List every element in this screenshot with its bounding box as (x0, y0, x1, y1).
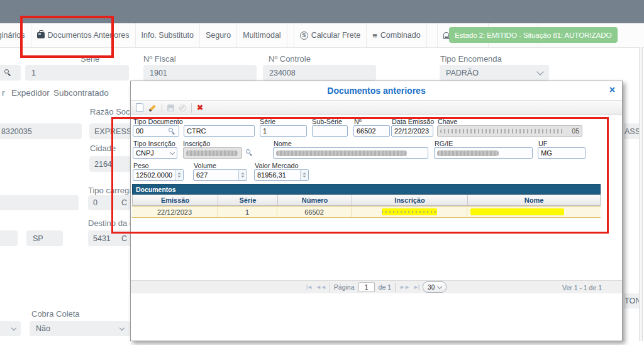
peso-value: 12502.0000 (136, 171, 172, 179)
column-header-serie[interactable]: Série (218, 195, 278, 205)
chevron-down-icon (437, 283, 442, 288)
tab-subcontratado[interactable]: Subcontratado (53, 88, 109, 98)
spinner-stepper[interactable] (238, 170, 247, 180)
cell-nome (467, 206, 599, 217)
page-size-select[interactable]: 30 (423, 281, 447, 293)
tipo-carregamento-field[interactable]: 0 C (88, 195, 132, 210)
tipo-documento-field[interactable]: 00 (133, 125, 179, 137)
column-header-emissao[interactable]: Emissão (133, 195, 218, 205)
first-page-icon[interactable]: |◄ (306, 284, 312, 290)
small-field[interactable] (0, 230, 18, 246)
column-header-numero[interactable]: Número (278, 195, 352, 205)
nome-field[interactable] (273, 147, 428, 159)
inscricao-lookup-icon[interactable] (245, 149, 253, 157)
save-disk-icon[interactable] (167, 105, 174, 111)
serie-field[interactable]: 1 (25, 65, 129, 81)
chevron-down-icon (536, 68, 543, 75)
uf-value: SP (33, 234, 43, 243)
tab-cut[interactable]: r (2, 88, 5, 98)
serie-label: Série (80, 54, 99, 64)
mini-select[interactable] (0, 321, 21, 336)
close-icon[interactable]: × (609, 85, 615, 95)
button-seguro[interactable]: Seguro (200, 23, 237, 47)
inscricao-field[interactable] (183, 147, 242, 159)
next-page-icon[interactable]: ►► (399, 284, 409, 290)
volume-field[interactable]: 627 (193, 169, 247, 181)
search-button[interactable] (0, 65, 21, 81)
scrollbar-track[interactable] (639, 47, 643, 341)
list-icon: ≡ (372, 31, 377, 40)
empty-field[interactable] (0, 195, 79, 210)
code-field[interactable]: 8320035 (0, 123, 82, 139)
button-documentos-anteriores[interactable]: Documentos Anteriores (31, 23, 136, 47)
volume-value: 627 (196, 171, 208, 179)
button-originarios[interactable]: iginários (0, 23, 31, 47)
column-header-inscricao[interactable]: Inscrição (352, 195, 468, 205)
volume-label: Volume (194, 162, 216, 169)
nfiscal-field[interactable]: 1901 (143, 65, 257, 81)
button-info-substituto[interactable]: Info. Substituto (136, 23, 200, 47)
modal-title: Documentos anteriores (131, 81, 622, 100)
chevron-down-icon (170, 149, 175, 154)
data-emissao-field[interactable]: 22/12/2023 (391, 125, 433, 137)
destino-carga-field[interactable]: 5431 C (88, 230, 132, 246)
pagina-label: Página (334, 283, 355, 291)
right-fragment-top-text: ASSAN (625, 127, 640, 136)
ncontrole-label: Nº Controle (269, 54, 311, 64)
tipo-inscricao-value: CNPJ (136, 149, 154, 157)
table-header-row: Emissão Série Número Inscrição Nome (132, 195, 601, 206)
right-fragment-bottom: TON A (624, 293, 640, 308)
prev-page-icon[interactable]: ◄◄ (316, 284, 326, 290)
tipo-carregamento-label: Tipo carrega (88, 186, 134, 195)
tipo-documento-value: 00 (136, 127, 143, 135)
valor-mercado-field[interactable]: 81956,31 (254, 169, 309, 181)
cobra-coleta-label: Cobra Coleta (31, 309, 80, 319)
table-row[interactable]: 22/12/2023 1 66502 (132, 206, 601, 218)
ncontrole-field[interactable]: 234008 (263, 65, 376, 81)
spinner-stepper[interactable] (175, 170, 183, 180)
column-header-nome[interactable]: Nome (468, 195, 600, 205)
cell-numero: 66502 (277, 206, 352, 217)
cancel-icon[interactable] (179, 105, 186, 111)
valor-mercado-label: Valor Mercado (255, 162, 298, 169)
tipo-encomenda-select[interactable]: PADRÃO (440, 65, 549, 81)
edit-pencil-icon[interactable] (148, 104, 157, 112)
button-documentos-anteriores-label: Documentos Anteriores (48, 31, 130, 40)
modal-uf-field[interactable]: MG (538, 147, 586, 159)
peso-field[interactable]: 12502.0000 (133, 169, 184, 181)
pager-separator (395, 283, 396, 292)
tipo-inscricao-select[interactable]: CNPJ (133, 147, 177, 159)
new-record-icon[interactable] (136, 103, 143, 112)
button-combinado-label: Combinado (380, 31, 421, 40)
nfiscal-label: Nº Fiscal (143, 54, 176, 64)
delete-x-icon[interactable]: ✖ (197, 104, 203, 111)
numero-label: Nº (354, 118, 362, 125)
button-combinado[interactable]: ≡ Combinado (367, 23, 427, 47)
numero-field[interactable]: 66502 (353, 125, 390, 137)
uf-field[interactable]: SP (26, 230, 63, 246)
rg-ie-label: RG/IE (435, 140, 453, 147)
valor-mercado-value: 81956,31 (257, 171, 286, 179)
last-page-icon[interactable]: ►| (413, 284, 419, 290)
ncontrole-value: 234008 (269, 69, 296, 77)
sub-serie-field[interactable] (312, 125, 348, 137)
button-calcular-frete-label: Calcular Frete (311, 31, 361, 40)
redacted-value (186, 150, 238, 156)
modal-serie-field[interactable]: 1 (260, 125, 307, 137)
chave-label: Chave (438, 118, 457, 125)
tab-expedidor[interactable]: Expedidor (11, 88, 50, 98)
cobra-coleta-select[interactable]: Não (30, 321, 130, 336)
lookup-icon[interactable] (168, 127, 176, 135)
data-emissao-label: Data Emissão (392, 118, 434, 125)
pager-separator (330, 283, 330, 292)
page-number-input[interactable]: 1 (358, 282, 375, 292)
rg-ie-field[interactable] (434, 147, 533, 159)
cell-inscricao (352, 206, 467, 217)
briefcase-icon (37, 32, 45, 38)
pagination-bar: |◄ ◄◄ Página 1 de 1 ►► ►| 30 Ver 1 - 1 d… (131, 280, 622, 293)
button-calcular-frete[interactable]: S Calcular Frete (294, 23, 367, 47)
button-multimodal[interactable]: Multimodal (237, 23, 287, 47)
spinner-stepper[interactable] (300, 170, 308, 180)
cobra-coleta-value: Não (36, 324, 50, 333)
s-circle-icon: S (300, 31, 308, 40)
